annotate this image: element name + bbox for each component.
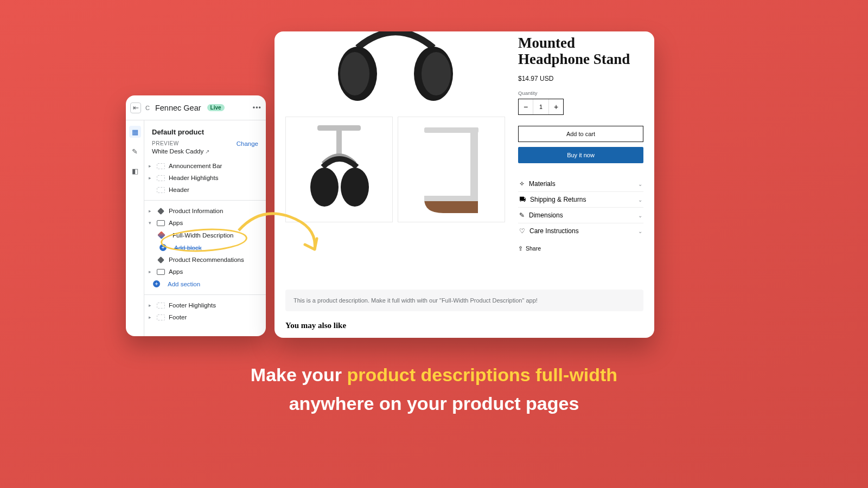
- add-section-button[interactable]: +Add section: [144, 278, 266, 290]
- chevron-down-icon: ⌄: [638, 213, 642, 219]
- svg-point-2: [340, 52, 369, 95]
- block-full-width-description[interactable]: Full-Width Description: [144, 229, 266, 241]
- editor-header: ⇤ C Fennec Gear Live •••: [126, 95, 266, 120]
- product-thumb-2[interactable]: [398, 117, 505, 222]
- preview-product-link[interactable]: White Desk Caddy↗: [144, 148, 266, 160]
- caption-text-line2: anywhere on your product pages: [0, 389, 868, 418]
- back-button[interactable]: ⇤: [130, 102, 141, 113]
- accordion-materials[interactable]: ✧Materials⌄: [518, 176, 643, 192]
- svg-point-6: [310, 168, 339, 207]
- share-icon: ⇪: [518, 245, 523, 252]
- add-block-label: Add block: [174, 245, 202, 251]
- section-label: Footer: [169, 314, 187, 320]
- change-preview-link[interactable]: Change: [237, 140, 258, 147]
- accordion-label: Materials: [529, 180, 556, 188]
- caption-text: Make your: [251, 364, 347, 385]
- accordion-shipping[interactable]: ⛟Shipping & Returns⌄: [518, 192, 643, 208]
- live-badge: Live: [207, 104, 225, 111]
- product-price: $14.97 USD: [518, 75, 643, 82]
- svg-rect-10: [424, 196, 478, 201]
- quantity-stepper[interactable]: − +: [518, 99, 564, 115]
- plus-icon: +: [159, 244, 167, 251]
- svg-rect-9: [470, 127, 478, 199]
- product-hero-image: [285, 31, 505, 113]
- section-product-recommendations[interactable]: ▸Product Recommendations: [144, 254, 266, 266]
- buy-it-now-button[interactable]: Buy it now: [518, 147, 643, 163]
- materials-icon: ✧: [519, 180, 525, 188]
- svg-point-7: [341, 168, 369, 207]
- qty-increase-button[interactable]: +: [549, 99, 563, 114]
- accordion-care[interactable]: ♡Care Instructions⌄: [518, 223, 643, 239]
- quantity-label: Quantity: [518, 90, 643, 96]
- storefront-preview: Mounted Headphone Stand $14.97 USD Quant…: [275, 31, 654, 338]
- chevron-down-icon: ⌄: [638, 197, 642, 203]
- section-label: Product Recommendations: [169, 256, 244, 263]
- section-announcement-bar[interactable]: ▸Announcement Bar: [144, 160, 266, 172]
- chevron-down-icon: ⌄: [638, 228, 642, 234]
- theme-editor-panel: ⇤ C Fennec Gear Live ••• ▦ ✎ ◧ Default p…: [126, 95, 266, 336]
- accordion-label: Care Instructions: [529, 227, 579, 235]
- accordion-dimensions[interactable]: ✎Dimensions⌄: [518, 208, 643, 223]
- full-width-description-band: This is a product description. Make it f…: [285, 290, 643, 311]
- section-footer-highlights[interactable]: ▸Footer Highlights: [144, 299, 266, 311]
- heart-icon: ♡: [519, 227, 525, 235]
- block-label: Full-Width Description: [173, 232, 233, 239]
- section-label: Header: [169, 187, 189, 193]
- add-block-button[interactable]: +Add block: [144, 241, 266, 254]
- editor-rail: ▦ ✎ ◧: [126, 120, 144, 336]
- svg-rect-4: [317, 125, 361, 131]
- store-name: Fennec Gear: [155, 104, 201, 112]
- qty-input[interactable]: [533, 99, 549, 114]
- breadcrumb: C: [145, 105, 150, 111]
- section-label: Apps: [169, 220, 183, 226]
- editor-section-list: Default product PREVIEW Change White Des…: [144, 120, 266, 336]
- external-link-icon: ↗: [205, 149, 209, 155]
- product-info: Mounted Headphone Stand $14.97 USD Quant…: [518, 31, 643, 252]
- section-apps[interactable]: ▾Apps: [144, 217, 266, 229]
- apps-tab-icon[interactable]: ◧: [129, 165, 141, 177]
- accordion-label: Shipping & Returns: [530, 196, 586, 203]
- section-header[interactable]: ▸Header: [144, 184, 266, 196]
- section-header-highlights[interactable]: ▸Header Highlights: [144, 172, 266, 184]
- sections-tab-icon[interactable]: ▦: [129, 126, 141, 138]
- truck-icon: ⛟: [519, 196, 526, 203]
- ruler-icon: ✎: [519, 211, 525, 219]
- preview-product-name: White Desk Caddy: [152, 148, 203, 155]
- section-product-information[interactable]: ▸Product Information: [144, 205, 266, 217]
- share-label: Share: [526, 245, 541, 252]
- marketing-caption: Make your product descriptions full-widt…: [0, 361, 868, 418]
- section-label: Product Information: [169, 208, 223, 214]
- qty-decrease-button[interactable]: −: [519, 99, 533, 114]
- svg-point-3: [422, 52, 451, 95]
- product-title: Mounted Headphone Stand: [518, 35, 643, 67]
- preview-label: PREVIEW: [152, 140, 179, 146]
- app-block-icon: [157, 231, 165, 239]
- product-thumb-1[interactable]: [285, 117, 393, 222]
- section-label: Footer Highlights: [169, 302, 216, 309]
- chevron-down-icon: ⌄: [638, 181, 642, 187]
- add-to-cart-button[interactable]: Add to cart: [518, 126, 643, 142]
- template-heading: Default product: [144, 126, 266, 140]
- add-section-label: Add section: [168, 281, 200, 287]
- share-button[interactable]: ⇪Share: [518, 245, 643, 252]
- settings-tab-icon[interactable]: ✎: [129, 145, 141, 157]
- caption-highlight: product descriptions full-width: [347, 364, 617, 385]
- you-may-also-like-heading: You may also like: [285, 321, 643, 330]
- more-menu-icon[interactable]: •••: [253, 104, 261, 112]
- section-apps-2[interactable]: ▸Apps: [144, 266, 266, 278]
- accordion-label: Dimensions: [529, 211, 563, 219]
- section-label: Header Highlights: [169, 175, 218, 181]
- section-label: Apps: [169, 268, 183, 275]
- product-media: [285, 31, 505, 252]
- plus-icon: +: [153, 280, 160, 287]
- section-footer[interactable]: ▸Footer: [144, 311, 266, 323]
- section-label: Announcement Bar: [169, 163, 222, 169]
